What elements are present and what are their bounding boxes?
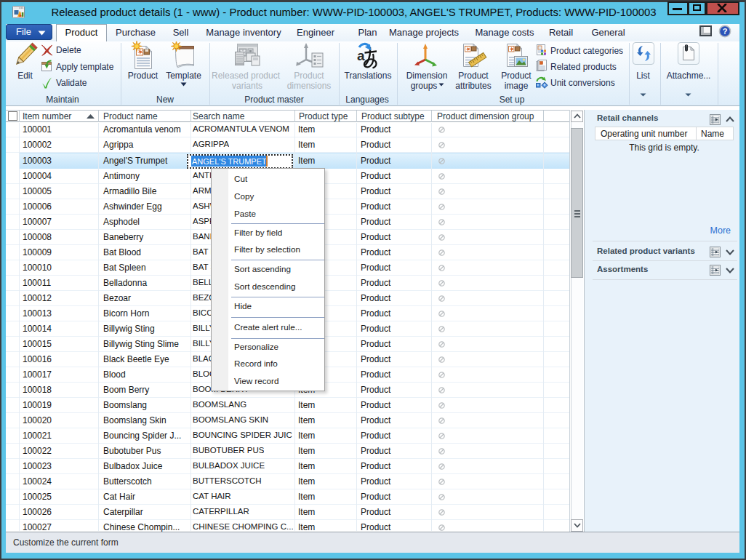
svg-text:a: a: [357, 48, 365, 63]
svg-text:?: ?: [723, 27, 728, 36]
